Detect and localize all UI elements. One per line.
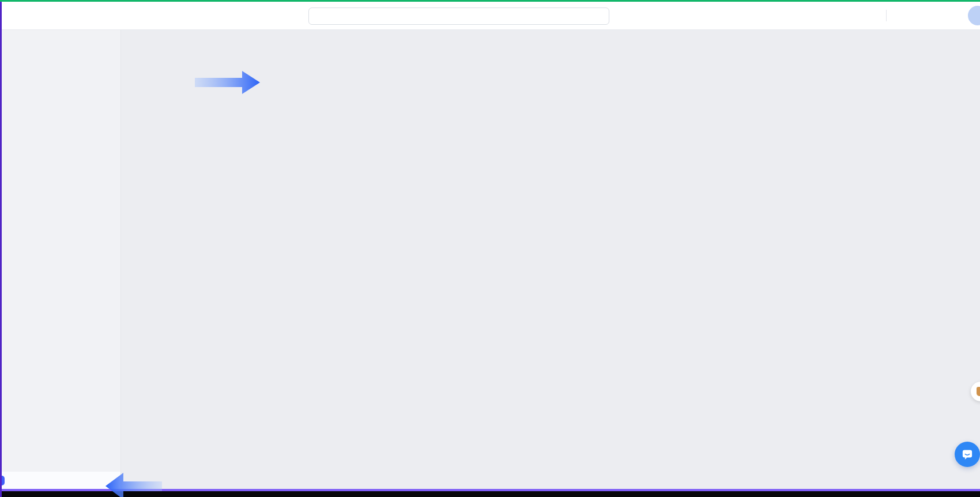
notifications-button[interactable] (899, 10, 910, 21)
chat-support-button[interactable] (955, 442, 980, 467)
settings-page (121, 30, 980, 489)
sidebar (2, 30, 121, 489)
gear-icon (17, 476, 27, 485)
divider (886, 10, 887, 21)
chevron-down-icon (21, 11, 30, 20)
bottom-bar (0, 491, 980, 497)
chevron-down-icon (865, 12, 874, 20)
promo-icon (977, 387, 980, 396)
shopline-logo[interactable] (16, 2, 30, 29)
top-bar (2, 2, 980, 30)
left-accent-strip (0, 0, 2, 497)
network-status-icon[interactable] (945, 10, 956, 21)
store-switcher[interactable] (861, 12, 874, 20)
search-input[interactable] (327, 12, 603, 21)
global-search[interactable] (308, 7, 609, 25)
help-button[interactable] (922, 10, 933, 21)
search-icon (315, 12, 323, 21)
avatar[interactable] (968, 6, 980, 25)
sidebar-item-settings[interactable] (2, 472, 120, 489)
top-accent-line (0, 0, 980, 2)
chat-bubble-icon (960, 447, 975, 462)
